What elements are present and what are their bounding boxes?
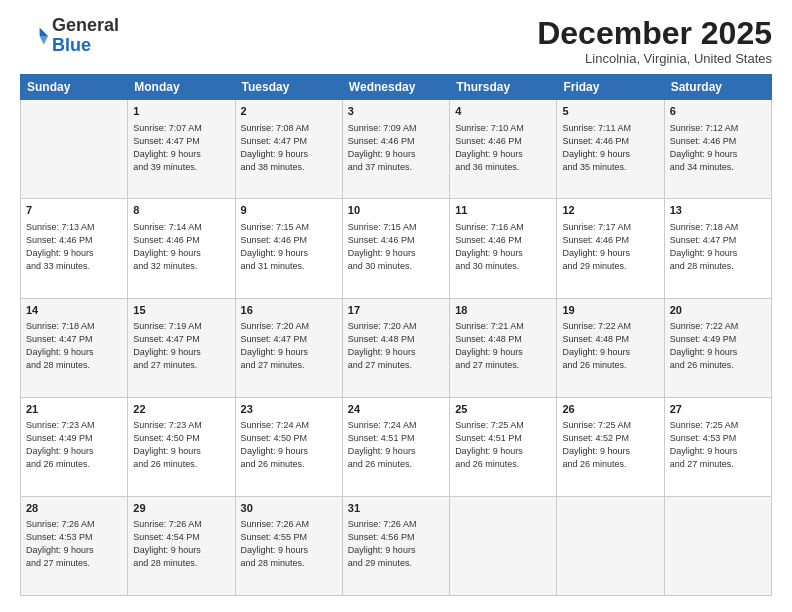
calendar-cell: 7Sunrise: 7:13 AMSunset: 4:46 PMDaylight… <box>21 199 128 298</box>
cell-info: Sunrise: 7:22 AMSunset: 4:48 PMDaylight:… <box>562 320 658 372</box>
calendar-week-row: 14Sunrise: 7:18 AMSunset: 4:47 PMDayligh… <box>21 298 772 397</box>
calendar-cell: 21Sunrise: 7:23 AMSunset: 4:49 PMDayligh… <box>21 397 128 496</box>
calendar-cell: 19Sunrise: 7:22 AMSunset: 4:48 PMDayligh… <box>557 298 664 397</box>
cell-info: Sunrise: 7:15 AMSunset: 4:46 PMDaylight:… <box>241 221 337 273</box>
calendar-cell: 10Sunrise: 7:15 AMSunset: 4:46 PMDayligh… <box>342 199 449 298</box>
cell-info: Sunrise: 7:11 AMSunset: 4:46 PMDaylight:… <box>562 122 658 174</box>
day-number: 24 <box>348 402 444 417</box>
day-number: 10 <box>348 203 444 218</box>
calendar-cell: 23Sunrise: 7:24 AMSunset: 4:50 PMDayligh… <box>235 397 342 496</box>
day-number: 22 <box>133 402 229 417</box>
day-number: 17 <box>348 303 444 318</box>
day-number: 3 <box>348 104 444 119</box>
calendar-cell: 25Sunrise: 7:25 AMSunset: 4:51 PMDayligh… <box>450 397 557 496</box>
calendar-cell: 16Sunrise: 7:20 AMSunset: 4:47 PMDayligh… <box>235 298 342 397</box>
cell-info: Sunrise: 7:19 AMSunset: 4:47 PMDaylight:… <box>133 320 229 372</box>
cell-info: Sunrise: 7:25 AMSunset: 4:53 PMDaylight:… <box>670 419 766 471</box>
weekday-header: Sunday <box>21 75 128 100</box>
weekday-header: Friday <box>557 75 664 100</box>
cell-info: Sunrise: 7:26 AMSunset: 4:53 PMDaylight:… <box>26 518 122 570</box>
day-number: 23 <box>241 402 337 417</box>
day-number: 9 <box>241 203 337 218</box>
day-number: 31 <box>348 501 444 516</box>
calendar-cell: 12Sunrise: 7:17 AMSunset: 4:46 PMDayligh… <box>557 199 664 298</box>
day-number: 14 <box>26 303 122 318</box>
cell-info: Sunrise: 7:15 AMSunset: 4:46 PMDaylight:… <box>348 221 444 273</box>
calendar-cell: 2Sunrise: 7:08 AMSunset: 4:47 PMDaylight… <box>235 100 342 199</box>
cell-info: Sunrise: 7:09 AMSunset: 4:46 PMDaylight:… <box>348 122 444 174</box>
calendar-cell: 11Sunrise: 7:16 AMSunset: 4:46 PMDayligh… <box>450 199 557 298</box>
location: Lincolnia, Virginia, United States <box>537 51 772 66</box>
cell-info: Sunrise: 7:23 AMSunset: 4:49 PMDaylight:… <box>26 419 122 471</box>
day-number: 27 <box>670 402 766 417</box>
calendar-week-row: 1Sunrise: 7:07 AMSunset: 4:47 PMDaylight… <box>21 100 772 199</box>
cell-info: Sunrise: 7:20 AMSunset: 4:47 PMDaylight:… <box>241 320 337 372</box>
calendar-table: SundayMondayTuesdayWednesdayThursdayFrid… <box>20 74 772 596</box>
calendar-cell: 9Sunrise: 7:15 AMSunset: 4:46 PMDaylight… <box>235 199 342 298</box>
logo-text: General Blue <box>52 16 119 56</box>
calendar-cell: 28Sunrise: 7:26 AMSunset: 4:53 PMDayligh… <box>21 496 128 595</box>
cell-info: Sunrise: 7:24 AMSunset: 4:50 PMDaylight:… <box>241 419 337 471</box>
svg-marker-1 <box>40 36 48 44</box>
weekday-header: Monday <box>128 75 235 100</box>
day-number: 8 <box>133 203 229 218</box>
calendar-cell <box>450 496 557 595</box>
calendar-cell: 26Sunrise: 7:25 AMSunset: 4:52 PMDayligh… <box>557 397 664 496</box>
calendar-cell: 27Sunrise: 7:25 AMSunset: 4:53 PMDayligh… <box>664 397 771 496</box>
calendar-cell: 30Sunrise: 7:26 AMSunset: 4:55 PMDayligh… <box>235 496 342 595</box>
calendar-cell: 24Sunrise: 7:24 AMSunset: 4:51 PMDayligh… <box>342 397 449 496</box>
calendar-week-row: 21Sunrise: 7:23 AMSunset: 4:49 PMDayligh… <box>21 397 772 496</box>
logo-general: General <box>52 15 119 35</box>
cell-info: Sunrise: 7:08 AMSunset: 4:47 PMDaylight:… <box>241 122 337 174</box>
day-number: 30 <box>241 501 337 516</box>
calendar-cell: 17Sunrise: 7:20 AMSunset: 4:48 PMDayligh… <box>342 298 449 397</box>
weekday-header: Tuesday <box>235 75 342 100</box>
calendar-cell: 15Sunrise: 7:19 AMSunset: 4:47 PMDayligh… <box>128 298 235 397</box>
cell-info: Sunrise: 7:26 AMSunset: 4:56 PMDaylight:… <box>348 518 444 570</box>
day-number: 7 <box>26 203 122 218</box>
calendar-cell <box>664 496 771 595</box>
day-number: 19 <box>562 303 658 318</box>
calendar-cell: 22Sunrise: 7:23 AMSunset: 4:50 PMDayligh… <box>128 397 235 496</box>
weekday-header: Wednesday <box>342 75 449 100</box>
title-block: December 2025 Lincolnia, Virginia, Unite… <box>537 16 772 66</box>
day-number: 6 <box>670 104 766 119</box>
cell-info: Sunrise: 7:13 AMSunset: 4:46 PMDaylight:… <box>26 221 122 273</box>
day-number: 15 <box>133 303 229 318</box>
header: General Blue December 2025 Lincolnia, Vi… <box>20 16 772 66</box>
calendar-cell: 14Sunrise: 7:18 AMSunset: 4:47 PMDayligh… <box>21 298 128 397</box>
calendar-cell: 20Sunrise: 7:22 AMSunset: 4:49 PMDayligh… <box>664 298 771 397</box>
cell-info: Sunrise: 7:10 AMSunset: 4:46 PMDaylight:… <box>455 122 551 174</box>
cell-info: Sunrise: 7:21 AMSunset: 4:48 PMDaylight:… <box>455 320 551 372</box>
calendar-week-row: 7Sunrise: 7:13 AMSunset: 4:46 PMDaylight… <box>21 199 772 298</box>
cell-info: Sunrise: 7:25 AMSunset: 4:51 PMDaylight:… <box>455 419 551 471</box>
weekday-header: Thursday <box>450 75 557 100</box>
logo: General Blue <box>20 16 119 56</box>
cell-info: Sunrise: 7:26 AMSunset: 4:54 PMDaylight:… <box>133 518 229 570</box>
weekday-header-row: SundayMondayTuesdayWednesdayThursdayFrid… <box>21 75 772 100</box>
day-number: 5 <box>562 104 658 119</box>
day-number: 18 <box>455 303 551 318</box>
cell-info: Sunrise: 7:20 AMSunset: 4:48 PMDaylight:… <box>348 320 444 372</box>
calendar-cell: 18Sunrise: 7:21 AMSunset: 4:48 PMDayligh… <box>450 298 557 397</box>
day-number: 4 <box>455 104 551 119</box>
day-number: 20 <box>670 303 766 318</box>
calendar-cell: 1Sunrise: 7:07 AMSunset: 4:47 PMDaylight… <box>128 100 235 199</box>
day-number: 2 <box>241 104 337 119</box>
day-number: 1 <box>133 104 229 119</box>
day-number: 26 <box>562 402 658 417</box>
day-number: 29 <box>133 501 229 516</box>
logo-icon <box>20 22 48 50</box>
day-number: 21 <box>26 402 122 417</box>
cell-info: Sunrise: 7:24 AMSunset: 4:51 PMDaylight:… <box>348 419 444 471</box>
calendar-cell <box>557 496 664 595</box>
day-number: 25 <box>455 402 551 417</box>
day-number: 11 <box>455 203 551 218</box>
cell-info: Sunrise: 7:14 AMSunset: 4:46 PMDaylight:… <box>133 221 229 273</box>
calendar-cell <box>21 100 128 199</box>
page: General Blue December 2025 Lincolnia, Vi… <box>0 0 792 612</box>
day-number: 28 <box>26 501 122 516</box>
day-number: 12 <box>562 203 658 218</box>
day-number: 13 <box>670 203 766 218</box>
svg-marker-0 <box>40 27 48 35</box>
